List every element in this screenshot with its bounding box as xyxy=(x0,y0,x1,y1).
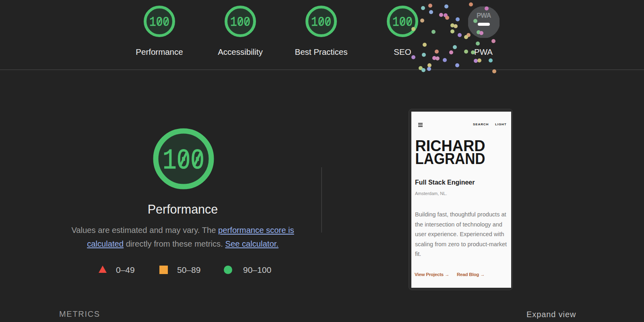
svg-text:LAGRAND: LAGRAND xyxy=(415,150,485,167)
svg-text:PWA: PWA xyxy=(477,12,491,19)
